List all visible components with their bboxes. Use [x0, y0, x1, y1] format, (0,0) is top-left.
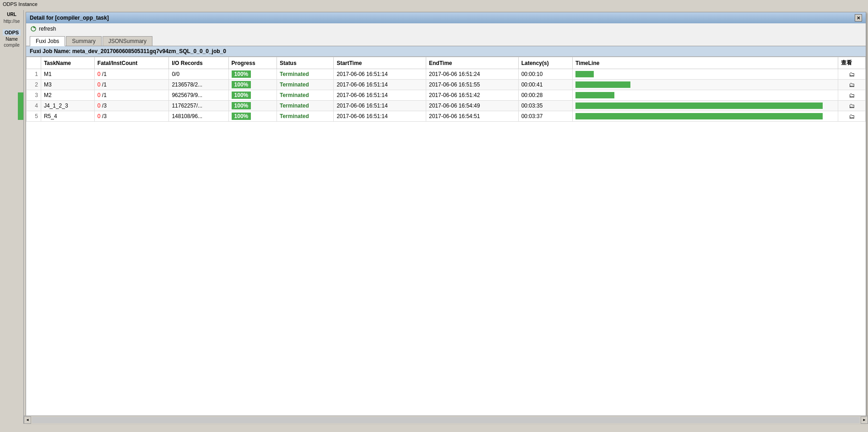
app-title-bar: ODPS Instance	[0, 0, 868, 8]
app-title: ODPS Instance	[3, 1, 38, 7]
